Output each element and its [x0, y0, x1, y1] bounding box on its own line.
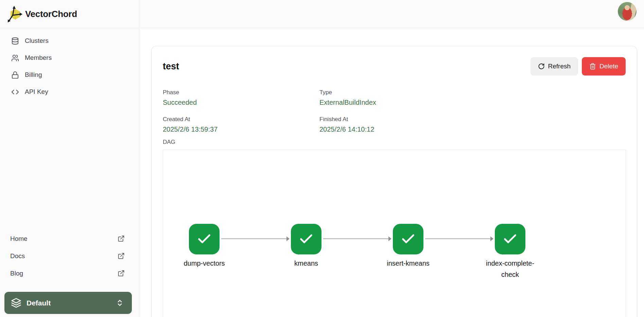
field-value: ExternalBuildIndex: [319, 99, 626, 106]
sidebar-link-label: Docs: [10, 252, 25, 260]
field-label: Created At: [163, 116, 319, 123]
card-actions: Refresh Delete: [530, 57, 626, 76]
dag-edge: [425, 236, 494, 241]
arrow-head-icon: [490, 236, 493, 241]
vectorchord-logo-icon: [7, 5, 23, 23]
dag-node-index-complete-check[interactable]: [495, 224, 525, 254]
job-detail-card: test Refresh Delete Phase Succeeded Type…: [151, 46, 637, 317]
sidebar-nav: Clusters Members Billing API Key: [0, 28, 139, 100]
external-link-icon: [118, 270, 125, 277]
brand-name: VectorChord: [25, 9, 77, 19]
sidebar-item-label: API Key: [25, 88, 48, 96]
field-value: 2025/2/6 13:59:37: [163, 126, 319, 133]
field-value: Succeeded: [163, 99, 319, 106]
dag-canvas[interactable]: dump-vectors kmeans insert-kmeans index-…: [163, 150, 626, 317]
sidebar-item-label: Billing: [25, 71, 42, 79]
top-bar: [140, 0, 644, 28]
external-link-icon: [118, 235, 125, 242]
arrow-head-icon: [388, 236, 391, 241]
dag-edge: [221, 236, 290, 241]
dag-edge: [323, 236, 392, 241]
user-avatar[interactable]: [618, 2, 637, 21]
sidebar-item-clusters[interactable]: Clusters: [0, 32, 139, 49]
field-label: Finished At: [319, 116, 626, 123]
field-label: Phase: [163, 89, 319, 96]
external-link-icon: [118, 252, 125, 260]
brand-link[interactable]: VectorChord: [0, 0, 139, 28]
lock-icon: [11, 71, 19, 79]
field-finished-at: Finished At 2025/2/6 14:10:12: [319, 116, 626, 133]
sidebar: VectorChord Clusters Members Billing API…: [0, 0, 139, 317]
dag-section-label: DAG: [163, 139, 626, 146]
delete-button[interactable]: Delete: [582, 57, 626, 76]
sidebar-link-label: Blog: [10, 270, 23, 277]
sidebar-link-home[interactable]: Home: [0, 230, 139, 247]
field-label: Type: [319, 89, 626, 96]
refresh-button[interactable]: Refresh: [530, 57, 578, 76]
sidebar-link-label: Home: [10, 235, 28, 243]
database-icon: [11, 37, 19, 45]
dag-node-kmeans[interactable]: [291, 224, 321, 254]
dag-node-insert-kmeans[interactable]: [393, 224, 423, 254]
workspace-name: Default: [27, 299, 51, 307]
delete-label: Delete: [599, 63, 618, 70]
chevrons-up-down-icon: [116, 299, 124, 307]
arrow-head-icon: [286, 236, 290, 241]
field-type: Type ExternalBuildIndex: [319, 89, 626, 106]
job-fields: Phase Succeeded Type ExternalBuildIndex …: [163, 89, 626, 133]
check-icon: [196, 231, 212, 247]
dag-node-dump-vectors[interactable]: [189, 224, 220, 254]
dag-node-label: insert-kmeans: [381, 258, 435, 269]
check-icon: [502, 231, 518, 247]
job-title: test: [163, 61, 179, 72]
code-icon: [11, 88, 19, 96]
sidebar-link-docs[interactable]: Docs: [0, 247, 139, 265]
field-phase: Phase Succeeded: [163, 89, 319, 106]
sidebar-link-blog[interactable]: Blog: [0, 265, 139, 282]
check-icon: [298, 231, 314, 247]
check-icon: [400, 231, 416, 247]
field-created-at: Created At 2025/2/6 13:59:37: [163, 116, 319, 133]
main-content: test Refresh Delete Phase Succeeded Type…: [140, 29, 644, 317]
sidebar-item-api-key[interactable]: API Key: [0, 83, 139, 100]
dag-node-label: index-complete-check: [483, 258, 537, 280]
sidebar-item-members[interactable]: Members: [0, 49, 139, 66]
sidebar-external-links: Home Docs Blog: [0, 230, 139, 282]
refresh-icon: [538, 63, 545, 70]
field-value: 2025/2/6 14:10:12: [319, 126, 626, 133]
layers-icon: [11, 298, 21, 308]
sidebar-item-billing[interactable]: Billing: [0, 66, 139, 83]
users-icon: [11, 54, 19, 62]
sidebar-item-label: Clusters: [25, 37, 49, 45]
workspace-selector[interactable]: Default: [4, 292, 132, 314]
card-header: test Refresh Delete: [163, 57, 626, 76]
trash-icon: [589, 63, 596, 70]
refresh-label: Refresh: [548, 63, 571, 70]
dag-node-label: kmeans: [279, 258, 333, 269]
sidebar-item-label: Members: [25, 54, 52, 62]
dag-node-label: dump-vectors: [177, 258, 231, 269]
